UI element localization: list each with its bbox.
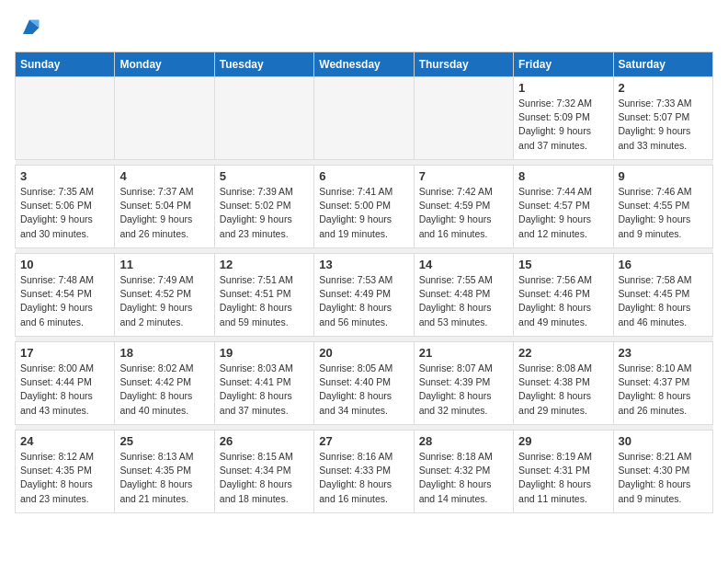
day-cell: 15Sunrise: 7:56 AM Sunset: 4:46 PM Dayli…	[514, 254, 613, 337]
day-cell: 5Sunrise: 7:39 AM Sunset: 5:02 PM Daylig…	[214, 166, 313, 248]
day-number: 3	[20, 169, 109, 183]
day-number: 17	[20, 346, 109, 360]
day-info: Sunrise: 7:56 AM Sunset: 4:46 PM Dayligh…	[518, 273, 608, 329]
day-cell	[115, 77, 214, 160]
day-info: Sunrise: 8:15 AM Sunset: 4:34 PM Dayligh…	[220, 450, 309, 506]
day-cell: 7Sunrise: 7:42 AM Sunset: 4:59 PM Daylig…	[414, 166, 513, 248]
day-info: Sunrise: 7:35 AM Sunset: 5:06 PM Dayligh…	[20, 185, 109, 241]
day-number: 8	[518, 169, 608, 183]
day-info: Sunrise: 8:21 AM Sunset: 4:30 PM Dayligh…	[619, 450, 708, 506]
day-cell: 16Sunrise: 7:58 AM Sunset: 4:45 PM Dayli…	[613, 254, 712, 337]
day-info: Sunrise: 7:39 AM Sunset: 5:02 PM Dayligh…	[220, 185, 309, 241]
day-cell: 6Sunrise: 7:41 AM Sunset: 5:00 PM Daylig…	[314, 166, 414, 248]
day-number: 11	[119, 258, 209, 271]
day-info: Sunrise: 7:51 AM Sunset: 4:51 PM Dayligh…	[220, 273, 309, 329]
day-number: 30	[619, 434, 708, 448]
day-info: Sunrise: 8:18 AM Sunset: 4:32 PM Dayligh…	[419, 450, 508, 506]
day-info: Sunrise: 8:08 AM Sunset: 4:38 PM Dayligh…	[518, 362, 608, 418]
day-info: Sunrise: 7:42 AM Sunset: 4:59 PM Dayligh…	[419, 185, 508, 241]
day-number: 18	[119, 346, 209, 360]
day-cell: 29Sunrise: 8:19 AM Sunset: 4:31 PM Dayli…	[514, 431, 613, 513]
day-cell: 12Sunrise: 7:51 AM Sunset: 4:51 PM Dayli…	[214, 254, 313, 337]
day-number: 29	[518, 434, 608, 448]
day-number: 7	[419, 169, 508, 183]
day-cell	[314, 77, 414, 160]
day-cell: 8Sunrise: 7:44 AM Sunset: 4:57 PM Daylig…	[514, 166, 613, 248]
week-row-4: 17Sunrise: 8:00 AM Sunset: 4:44 PM Dayli…	[16, 342, 713, 425]
day-info: Sunrise: 8:00 AM Sunset: 4:44 PM Dayligh…	[20, 362, 109, 418]
day-number: 19	[220, 346, 309, 360]
weekday-header-wednesday: Wednesday	[314, 52, 414, 77]
day-info: Sunrise: 8:19 AM Sunset: 4:31 PM Dayligh…	[518, 450, 608, 506]
day-info: Sunrise: 8:07 AM Sunset: 4:39 PM Dayligh…	[419, 362, 508, 418]
day-number: 1	[518, 81, 608, 95]
day-cell: 21Sunrise: 8:07 AM Sunset: 4:39 PM Dayli…	[414, 342, 513, 425]
logo	[15, 15, 42, 40]
weekday-header-tuesday: Tuesday	[214, 52, 313, 77]
day-info: Sunrise: 7:37 AM Sunset: 5:04 PM Dayligh…	[119, 185, 209, 241]
day-cell: 24Sunrise: 8:12 AM Sunset: 4:35 PM Dayli…	[16, 431, 115, 513]
day-cell: 1Sunrise: 7:32 AM Sunset: 5:09 PM Daylig…	[514, 77, 613, 160]
logo-icon	[17, 15, 42, 40]
day-cell: 13Sunrise: 7:53 AM Sunset: 4:49 PM Dayli…	[314, 254, 414, 337]
day-info: Sunrise: 8:05 AM Sunset: 4:40 PM Dayligh…	[319, 362, 408, 418]
day-cell: 28Sunrise: 8:18 AM Sunset: 4:32 PM Dayli…	[414, 431, 513, 513]
day-cell: 25Sunrise: 8:13 AM Sunset: 4:35 PM Dayli…	[115, 431, 214, 513]
day-info: Sunrise: 7:55 AM Sunset: 4:48 PM Dayligh…	[419, 273, 508, 329]
day-info: Sunrise: 7:44 AM Sunset: 4:57 PM Dayligh…	[518, 185, 608, 241]
day-number: 24	[20, 434, 109, 448]
day-number: 12	[220, 258, 309, 271]
day-cell: 9Sunrise: 7:46 AM Sunset: 4:55 PM Daylig…	[613, 166, 712, 248]
day-number: 13	[319, 258, 408, 271]
day-info: Sunrise: 8:13 AM Sunset: 4:35 PM Dayligh…	[119, 450, 209, 506]
day-number: 6	[319, 169, 408, 183]
day-cell: 22Sunrise: 8:08 AM Sunset: 4:38 PM Dayli…	[514, 342, 613, 425]
day-info: Sunrise: 7:33 AM Sunset: 5:07 PM Dayligh…	[619, 97, 708, 153]
day-cell: 23Sunrise: 8:10 AM Sunset: 4:37 PM Dayli…	[613, 342, 712, 425]
day-cell	[16, 77, 115, 160]
day-number: 21	[419, 346, 508, 360]
weekday-header-monday: Monday	[115, 52, 214, 77]
week-row-3: 10Sunrise: 7:48 AM Sunset: 4:54 PM Dayli…	[16, 254, 713, 337]
day-number: 22	[518, 346, 608, 360]
week-row-2: 3Sunrise: 7:35 AM Sunset: 5:06 PM Daylig…	[16, 166, 713, 248]
weekday-header-friday: Friday	[514, 52, 613, 77]
calendar-table: SundayMondayTuesdayWednesdayThursdayFrid…	[15, 52, 713, 513]
day-number: 2	[619, 81, 708, 95]
day-info: Sunrise: 7:49 AM Sunset: 4:52 PM Dayligh…	[119, 273, 209, 329]
day-cell: 10Sunrise: 7:48 AM Sunset: 4:54 PM Dayli…	[16, 254, 115, 337]
day-cell: 11Sunrise: 7:49 AM Sunset: 4:52 PM Dayli…	[115, 254, 214, 337]
day-cell: 17Sunrise: 8:00 AM Sunset: 4:44 PM Dayli…	[16, 342, 115, 425]
day-info: Sunrise: 7:53 AM Sunset: 4:49 PM Dayligh…	[319, 273, 408, 329]
day-number: 15	[518, 258, 608, 271]
day-number: 26	[220, 434, 309, 448]
day-cell: 19Sunrise: 8:03 AM Sunset: 4:41 PM Dayli…	[214, 342, 313, 425]
day-cell: 18Sunrise: 8:02 AM Sunset: 4:42 PM Dayli…	[115, 342, 214, 425]
weekday-header-thursday: Thursday	[414, 52, 513, 77]
day-number: 20	[319, 346, 408, 360]
day-cell: 4Sunrise: 7:37 AM Sunset: 5:04 PM Daylig…	[115, 166, 214, 248]
day-number: 16	[619, 258, 708, 271]
day-cell	[214, 77, 313, 160]
day-number: 28	[419, 434, 508, 448]
day-cell: 26Sunrise: 8:15 AM Sunset: 4:34 PM Dayli…	[214, 431, 313, 513]
day-info: Sunrise: 7:58 AM Sunset: 4:45 PM Dayligh…	[619, 273, 708, 329]
day-number: 4	[119, 169, 209, 183]
day-number: 25	[119, 434, 209, 448]
day-cell: 3Sunrise: 7:35 AM Sunset: 5:06 PM Daylig…	[16, 166, 115, 248]
day-number: 5	[220, 169, 309, 183]
day-info: Sunrise: 8:02 AM Sunset: 4:42 PM Dayligh…	[119, 362, 209, 418]
day-number: 23	[619, 346, 708, 360]
day-info: Sunrise: 7:46 AM Sunset: 4:55 PM Dayligh…	[619, 185, 708, 241]
day-info: Sunrise: 7:41 AM Sunset: 5:00 PM Dayligh…	[319, 185, 408, 241]
day-cell: 30Sunrise: 8:21 AM Sunset: 4:30 PM Dayli…	[613, 431, 712, 513]
day-info: Sunrise: 8:12 AM Sunset: 4:35 PM Dayligh…	[20, 450, 109, 506]
day-number: 14	[419, 258, 508, 271]
day-cell: 14Sunrise: 7:55 AM Sunset: 4:48 PM Dayli…	[414, 254, 513, 337]
day-number: 27	[319, 434, 408, 448]
weekday-header-sunday: Sunday	[16, 52, 115, 77]
day-info: Sunrise: 7:32 AM Sunset: 5:09 PM Dayligh…	[518, 97, 608, 153]
day-info: Sunrise: 8:16 AM Sunset: 4:33 PM Dayligh…	[319, 450, 408, 506]
day-info: Sunrise: 7:48 AM Sunset: 4:54 PM Dayligh…	[20, 273, 109, 329]
week-row-1: 1Sunrise: 7:32 AM Sunset: 5:09 PM Daylig…	[16, 77, 713, 160]
